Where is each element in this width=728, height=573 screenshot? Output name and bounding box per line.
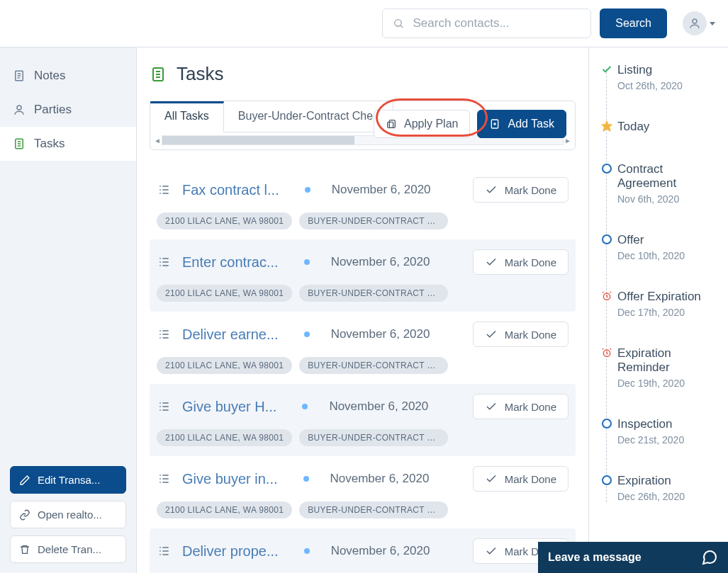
task-date: November 6, 2020 [332,183,431,197]
task-plan-badge[interactable]: BUYER-UNDER-CONTRACT CHEC... [299,285,448,302]
check-icon [485,545,498,557]
timeline-panel: ListingOct 26th, 2020TodayContract Agree… [588,47,728,573]
check-icon [485,328,498,341]
task-title[interactable]: Give buyer H... [182,399,276,415]
timeline-item[interactable]: ExpirationDec 26th, 2020 [617,474,719,502]
task-title[interactable]: Deliver prope... [182,543,279,560]
svg-line-1 [401,25,403,28]
task-plan-badge[interactable]: BUYER-UNDER-CONTRACT CHEC... [299,501,448,518]
clipboard-copy-icon [386,118,397,130]
edit-transaction-button[interactable]: Edit Transa... [10,466,126,494]
delete-transaction-label: Delete Tran... [38,543,101,555]
svg-rect-16 [389,120,395,128]
task-address-badge[interactable]: 2100 LILAC LANE, WA 98001 [157,429,292,446]
task-plan-badge[interactable]: BUYER-UNDER-CONTRACT CHEC... [299,212,448,229]
tabs-bar: All TasksBuyer-Under-Contract Chec ◄ ► A… [150,101,576,150]
sidebar-item-notes[interactable]: Notes [0,59,136,93]
task-status-dot [304,259,310,265]
mark-done-button[interactable]: Mark Done [473,322,569,347]
mark-done-button[interactable]: Mark Done [473,466,569,492]
task-row: Deliver earne...November 6, 2020Mark Don… [150,312,576,384]
task-date: November 6, 2020 [329,399,428,414]
timeline-item[interactable]: OfferDec 10th, 2020 [617,233,719,261]
mark-done-button[interactable]: Mark Done [473,249,569,275]
task-title[interactable]: Fax contract l... [182,182,279,198]
task-status-dot [303,476,309,482]
timeline-item[interactable]: Contract AgreementNov 6th, 2020 [617,162,719,205]
task-address-badge[interactable]: 2100 LILAC LANE, WA 98001 [157,212,292,229]
svg-point-7 [17,106,21,110]
topbar: Search [0,0,728,47]
chat-icon [701,549,718,566]
task-row: Fax contract l...November 6, 2020Mark Do… [150,167,576,239]
timeline-date: Dec 10th, 2020 [617,250,719,261]
task-icon [157,327,171,341]
timeline-open-icon [600,162,613,175]
scroll-left-icon[interactable]: ◄ [153,137,162,144]
check-icon [485,256,498,268]
task-title[interactable]: Enter contrac... [182,254,279,271]
svg-marker-39 [602,121,612,132]
task-row: Deliver prope...November 6, 2020Mark Don… [150,528,576,573]
timeline-item[interactable]: InspectionDec 21st, 2020 [617,417,719,446]
task-title[interactable]: Give buyer in... [182,471,278,487]
sidebar-item-parties[interactable]: Parties [0,93,136,127]
main-panel: Tasks All TasksBuyer-Under-Contract Chec… [137,47,588,573]
tab-buyer-under-contract-chec[interactable]: Buyer-Under-Contract Chec [224,101,393,132]
task-status-dot [305,187,310,193]
timeline-item[interactable]: Expiration ReminderDec 19th, 2020 [617,346,719,389]
svg-point-2 [693,19,697,23]
tasks-icon [13,137,26,150]
add-task-button[interactable]: Add Task [477,110,566,138]
apply-plan-button[interactable]: Apply Plan [374,110,471,138]
delete-transaction-button[interactable]: Delete Tran... [10,535,126,563]
timeline-item[interactable]: Today [617,120,719,134]
task-plan-badge[interactable]: BUYER-UNDER-CONTRACT CHEC... [299,429,448,446]
sidebar-actions: Edit Transa... Open realto... Delete Tra… [0,456,136,573]
sidebar-item-label: Notes [34,69,65,83]
timeline-open-icon [600,417,613,430]
task-title[interactable]: Deliver earne... [182,327,279,343]
task-address-badge[interactable]: 2100 LILAC LANE, WA 98001 [157,501,292,518]
notes-icon [13,69,26,82]
apply-plan-label: Apply Plan [404,118,459,130]
task-date: November 6, 2020 [331,255,430,269]
task-icon [157,183,171,197]
open-realtor-button[interactable]: Open realto... [10,501,126,528]
timeline-open-icon [600,233,613,246]
trash-icon [19,544,30,555]
timeline-item[interactable]: ListingOct 26th, 2020 [617,63,719,91]
link-icon [19,509,30,521]
timeline-title: Listing [617,63,719,77]
pencil-icon [19,475,30,486]
tab-all-tasks[interactable]: All Tasks [150,101,224,132]
sidebar: NotesPartiesTasks Edit Transa... Open re… [0,47,137,573]
task-date: November 6, 2020 [330,472,430,486]
timeline-date: Oct 26th, 2020 [617,80,719,91]
task-list: Fax contract l...November 6, 2020Mark Do… [150,167,576,573]
timeline-title: Expiration Reminder [617,346,719,375]
search-input[interactable] [411,16,581,31]
scroll-thumb[interactable] [162,136,354,144]
timeline-title: Contract Agreement [617,162,719,191]
page-title: Tasks [177,63,223,85]
search-button[interactable]: Search [600,8,667,38]
task-address-badge[interactable]: 2100 LILAC LANE, WA 98001 [157,357,292,374]
timeline-star-icon [600,120,613,132]
chat-widget[interactable]: Leave a message [538,542,728,573]
parties-icon [13,103,26,116]
mark-done-label: Mark Done [505,329,556,341]
timeline-title: Offer Expiration [617,290,719,304]
sidebar-item-label: Parties [34,103,72,117]
search-field-wrap[interactable] [382,8,591,38]
task-address-badge[interactable]: 2100 LILAC LANE, WA 98001 [157,285,292,302]
task-row: Give buyer in...November 6, 2020Mark Don… [150,456,576,528]
mark-done-button[interactable]: Mark Done [473,177,569,203]
mark-done-label: Mark Done [505,184,556,196]
sidebar-item-tasks[interactable]: Tasks [0,127,136,161]
mark-done-button[interactable]: Mark Done [473,394,569,419]
task-plan-badge[interactable]: BUYER-UNDER-CONTRACT CHEC... [299,357,448,374]
timeline-item[interactable]: Offer ExpirationDec 17th, 2020 [617,290,719,318]
timeline-date: Dec 21st, 2020 [617,434,719,446]
user-menu[interactable] [683,11,715,35]
